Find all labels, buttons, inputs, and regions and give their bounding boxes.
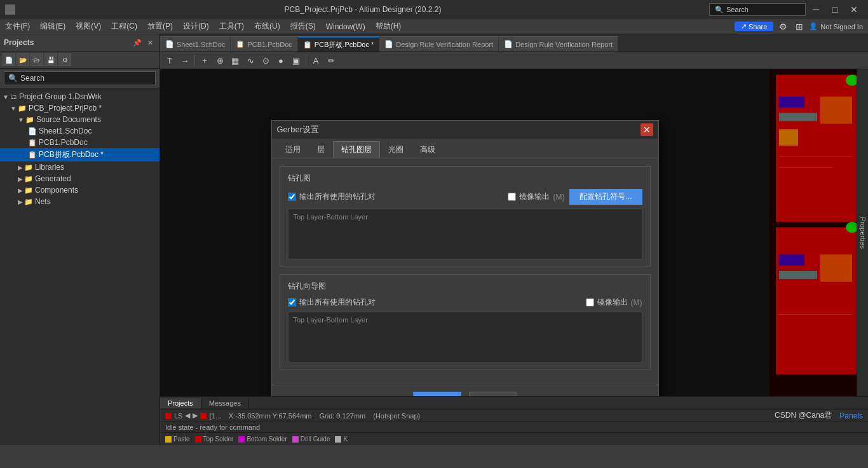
text-tool-button[interactable]: T [163, 53, 177, 67]
btab-messages[interactable]: Messages [201, 398, 249, 408]
drill-guide-output-label[interactable]: 输出所有使用的钻孔对 [288, 297, 376, 308]
pen-tool-button[interactable]: ✏ [324, 53, 338, 67]
menu-report[interactable]: 报告(S) [285, 20, 321, 33]
menu-tools[interactable]: 工具(T) [214, 20, 249, 33]
menu-help[interactable]: 帮助(H) [370, 20, 407, 33]
menu-place[interactable]: 放置(P) [142, 20, 178, 33]
tree-pcb-panel-label: PCB拼板.PcbDoc * [39, 149, 104, 160]
circle-tool-button[interactable]: ⊕ [213, 53, 227, 67]
dot-tool-button[interactable]: ● [274, 53, 288, 67]
tree-arrow-source[interactable]: ▼ [18, 116, 24, 123]
sidebar-close-icon[interactable]: ✕ [144, 37, 156, 48]
drill-guide-layer-item: Top Layer-Bottom Layer [291, 315, 639, 325]
output-all-pairs-label[interactable]: 输出所有使用的钻孔对 [288, 191, 376, 202]
settings-icon[interactable]: ⚙ [776, 20, 790, 34]
tree-file-pcb-panel[interactable]: 📋 PCB拼板.PcbDoc * [0, 148, 159, 162]
tree-root[interactable]: ▼ 🗂 Project Group 1.DsnWrk [0, 91, 159, 102]
box-tool-button[interactable]: ▣ [289, 53, 303, 67]
tree-arrow-comp[interactable]: ▶ [18, 187, 23, 194]
menu-view[interactable]: 视图(V) [71, 20, 106, 33]
close-button[interactable]: ✕ [845, 3, 863, 16]
menu-design[interactable]: 设计(D) [178, 20, 214, 33]
pin-icon[interactable]: 📌 [132, 37, 143, 48]
coords-display: X:-35.052mm Y:67.564mm [229, 412, 312, 420]
dtab-drill-layers[interactable]: 钻孔图层 [333, 141, 380, 158]
panels-label[interactable]: Panels [839, 411, 863, 420]
legend-top-solder-label: Top Solder [203, 436, 234, 443]
tree-file-schematic[interactable]: 📄 Sheet1.SchDoc [0, 125, 159, 137]
settings-button[interactable]: ⚙ [58, 53, 71, 66]
user-info[interactable]: 👤 Not Signed In [809, 22, 863, 31]
restore-button[interactable]: □ [826, 3, 844, 16]
tab-drv1[interactable]: 📄 Design Rule Verification Report [379, 36, 499, 52]
tab-drv2[interactable]: 📄 Design Rule Verification Report [499, 36, 618, 52]
tree-project[interactable]: ▼ 📁 PCB_Project.PrjPcb * [0, 102, 159, 114]
mirror-output-checkbox[interactable] [508, 193, 516, 201]
font-a-button[interactable]: A [309, 53, 323, 67]
search-input[interactable]: 🔍 Search [4, 71, 156, 85]
share-button[interactable]: ↗ Share [735, 22, 773, 31]
save-button[interactable]: 💾 [44, 53, 57, 66]
nav-right[interactable]: ▶ [193, 411, 198, 420]
menu-edit[interactable]: 编辑(E) [35, 20, 71, 33]
tree-arrow-root[interactable]: ▼ [3, 93, 9, 100]
dtab-apertures[interactable]: 光圈 [380, 141, 412, 158]
tree-nets[interactable]: ▶ 📁 Nets [0, 196, 159, 207]
wave-tool-button[interactable]: ∿ [243, 53, 257, 67]
pcb-preview [770, 69, 868, 396]
tab-pcb1[interactable]: 📋 PCB1.PcbDoc [231, 36, 297, 52]
ok-button[interactable]: 确定 [413, 392, 461, 396]
layout-icon[interactable]: ⊞ [792, 20, 806, 34]
target-tool-button[interactable]: ⊙ [259, 53, 273, 67]
menu-file[interactable]: 文件(F) [0, 20, 35, 33]
output-all-pairs-checkbox[interactable] [288, 193, 296, 201]
statusbar: LS ◀ ▶ [1... X:-35.052mm Y:67.564mm Grid… [160, 409, 868, 422]
arrow-tool-button[interactable]: → [178, 53, 192, 67]
drill-guide-output-checkbox[interactable] [288, 298, 296, 306]
dialog-close-button[interactable]: ✕ [641, 123, 653, 136]
page-num: [1... [209, 412, 220, 420]
tree-arrow-project[interactable]: ▼ [10, 105, 17, 112]
drill-guide-mirror-checkbox[interactable] [586, 298, 594, 306]
drill-guide-mirror-label[interactable]: 镜像输出 (M) [586, 297, 642, 308]
legend-drill-guide-box [292, 436, 299, 443]
menu-route[interactable]: 布线(U) [249, 20, 285, 33]
tree-components[interactable]: ▶ 📁 Components [0, 184, 159, 196]
tree-libraries[interactable]: ▶ 📁 Libraries [0, 162, 159, 173]
svg-rect-11 [779, 254, 804, 265]
tab-pcb-panel[interactable]: 📋 PCB拼板.PcbDoc * [298, 36, 380, 52]
open-file-button[interactable]: 📂 [17, 53, 29, 66]
legend-drill-guide-label: Drill Guide [301, 436, 330, 443]
menu-window[interactable]: Window(W) [321, 21, 370, 32]
output-all-pairs-text: 输出所有使用的钻孔对 [299, 191, 376, 202]
svg-rect-6 [779, 113, 817, 121]
config-drill-symbols-button[interactable]: 配置钻孔符号... [569, 189, 642, 205]
nav-left[interactable]: ◀ [185, 411, 190, 420]
grid-tool-button[interactable]: ▦ [228, 53, 242, 67]
tree-arrow-lib[interactable]: ▶ [18, 164, 23, 171]
btab-projects[interactable]: Projects [160, 398, 201, 408]
svg-rect-8 [820, 97, 852, 124]
new-file-button[interactable]: 📄 [3, 53, 15, 66]
title-search-bar[interactable]: 🔍 Search [709, 3, 806, 16]
properties-panel-label[interactable]: Properties [858, 214, 868, 251]
dtab-advanced[interactable]: 高级 [412, 141, 444, 158]
tree-arrow-gen[interactable]: ▶ [18, 176, 23, 182]
tree-source-docs[interactable]: ▼ 📁 Source Documents [0, 114, 159, 125]
tree-root-label: Project Group 1.DsnWrk [19, 92, 102, 101]
sidebar-header: Projects 📌 ✕ [0, 34, 159, 52]
tree-generated[interactable]: ▶ 📁 Generated [0, 173, 159, 184]
menu-project[interactable]: 工程(C) [106, 20, 142, 33]
tab-sheet1[interactable]: 📄 Sheet1.SchDoc [160, 36, 231, 52]
dtab-general[interactable]: 适用 [277, 141, 309, 158]
mirror-output-label[interactable]: 镜像输出 (M) [508, 191, 564, 202]
tree-arrow-nets[interactable]: ▶ [18, 198, 23, 205]
cancel-button[interactable]: 取消 [469, 392, 517, 396]
right-panel[interactable]: Properties [857, 69, 868, 396]
dtab-layers[interactable]: 层 [309, 141, 333, 158]
open-folder-button[interactable]: 🗁 [31, 53, 43, 66]
add-tool-button[interactable]: + [198, 53, 212, 67]
pcb-canvas[interactable]: Gerber设置 ✕ 适用 层 钻孔图层 光圈 高级 [160, 69, 770, 396]
minimize-button[interactable]: ─ [807, 3, 825, 16]
tree-file-pcb1[interactable]: 📋 PCB1.PcbDoc [0, 137, 159, 148]
